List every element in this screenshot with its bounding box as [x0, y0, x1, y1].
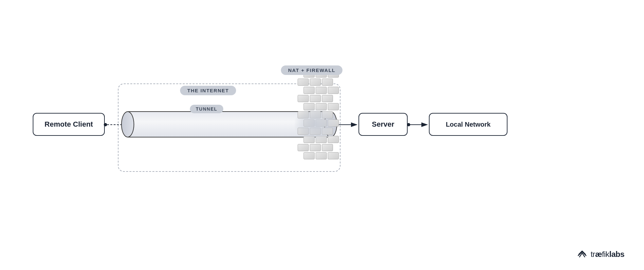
brick [322, 111, 333, 118]
remote-client-box: Remote Client [33, 113, 105, 136]
brick [322, 95, 333, 102]
brick [304, 103, 315, 110]
brick [322, 79, 333, 86]
brick-row [304, 136, 330, 143]
brand-logo: træfiklabs [576, 248, 624, 260]
brick [328, 103, 339, 110]
brick [310, 128, 321, 135]
local-network-box: Local Network [429, 113, 507, 136]
brick [310, 111, 321, 118]
traefiklabs-icon [576, 248, 588, 260]
brick-row [304, 87, 330, 94]
brick [304, 136, 315, 143]
brick [316, 136, 327, 143]
brick [298, 144, 309, 151]
brick [310, 79, 321, 86]
logo-text: træfiklabs [591, 250, 624, 259]
brick [328, 152, 339, 159]
tunnel-left-cap [121, 111, 134, 137]
brick [322, 128, 333, 135]
brick [304, 87, 315, 94]
brick [316, 103, 327, 110]
brick-row [304, 152, 330, 159]
brick [310, 95, 321, 102]
internet-label: THE INTERNET [180, 86, 236, 95]
brick-row [298, 95, 330, 102]
brick [316, 87, 327, 94]
nat-firewall-label: NAT + FIREWALL [281, 65, 342, 75]
brick [298, 111, 309, 118]
server-box: Server [359, 113, 408, 136]
firewall-bricks [304, 70, 330, 167]
brick [304, 152, 315, 159]
brick [328, 119, 339, 127]
brick [298, 95, 309, 102]
brick [316, 152, 327, 159]
brick-row [304, 119, 330, 127]
brick [322, 144, 333, 151]
brick-row [298, 144, 330, 151]
brick [328, 136, 339, 143]
diagram-container: THE INTERNET TUNNEL NAT + FIREWALL [0, 0, 644, 270]
brick-row [304, 103, 330, 110]
brick [310, 144, 321, 151]
brick-row [298, 128, 330, 135]
brick [316, 119, 327, 127]
brick [304, 119, 315, 127]
server-label: Server [372, 120, 395, 129]
remote-client-label: Remote Client [45, 120, 93, 129]
brick-row [298, 111, 330, 118]
brick [298, 79, 309, 86]
brick [328, 87, 339, 94]
local-network-label: Local Network [446, 121, 491, 128]
brick-row [298, 79, 330, 86]
tunnel-label: TUNNEL [190, 105, 223, 113]
brick [298, 128, 309, 135]
